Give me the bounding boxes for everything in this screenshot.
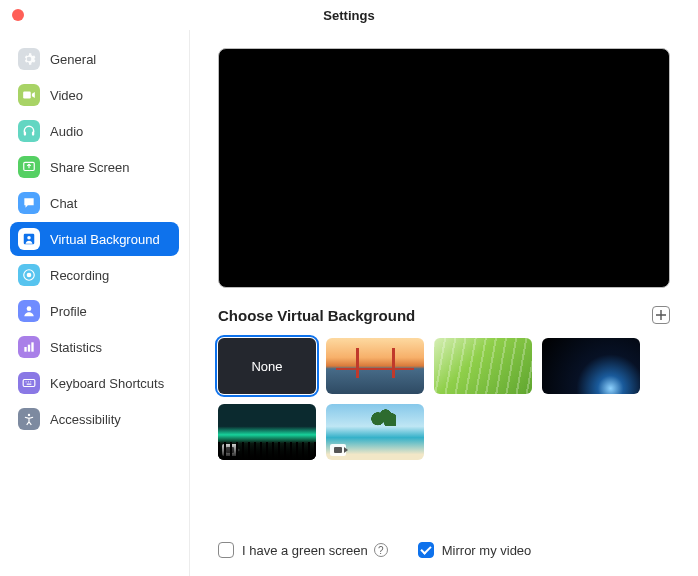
close-icon[interactable] (12, 9, 24, 21)
svg-rect-1 (24, 132, 26, 136)
video-preview (218, 48, 670, 288)
sidebar-item-statistics[interactable]: Statistics (10, 330, 179, 364)
sidebar-item-label: Share Screen (50, 160, 130, 175)
profile-icon (18, 300, 40, 322)
svg-rect-0 (23, 92, 31, 99)
green-screen-label: I have a green screen (242, 543, 368, 558)
sidebar-item-virtual-background[interactable]: Virtual Background (10, 222, 179, 256)
sidebar-item-label: Statistics (50, 340, 102, 355)
sidebar-item-label: Chat (50, 196, 77, 211)
svg-rect-12 (23, 380, 35, 387)
video-icon (330, 444, 346, 456)
mirror-label: Mirror my video (442, 543, 532, 558)
sidebar-item-label: Profile (50, 304, 87, 319)
content: Choose Virtual Background None I have a … (190, 30, 698, 576)
sidebar-item-share-screen[interactable]: Share Screen (10, 150, 179, 184)
share-icon (18, 156, 40, 178)
sidebar-item-video[interactable]: Video (10, 78, 179, 112)
sidebar-item-label: General (50, 52, 96, 67)
background-thumb-space[interactable] (542, 338, 640, 394)
window-title: Settings (0, 8, 698, 23)
sidebar-item-keyboard-shortcuts[interactable]: Keyboard Shortcuts (10, 366, 179, 400)
add-background-button[interactable] (652, 306, 670, 324)
sidebar-item-chat[interactable]: Chat (10, 186, 179, 220)
sidebar-item-accessibility[interactable]: Accessibility (10, 402, 179, 436)
svg-point-15 (30, 381, 31, 382)
headphones-icon (18, 120, 40, 142)
section-title: Choose Virtual Background (218, 307, 415, 324)
window-controls (12, 9, 24, 21)
thumb-label: None (251, 359, 282, 374)
sidebar: GeneralVideoAudioShare ScreenChatVirtual… (0, 30, 190, 576)
mirror-option: Mirror my video (418, 542, 532, 558)
background-thumb-bridge[interactable] (326, 338, 424, 394)
svg-point-5 (27, 236, 31, 240)
green-screen-checkbox[interactable] (218, 542, 234, 558)
help-icon[interactable]: ? (374, 543, 388, 557)
video-icon (222, 444, 238, 456)
background-thumb-beach[interactable] (326, 404, 424, 460)
section-header: Choose Virtual Background (218, 306, 670, 324)
background-thumb-none[interactable]: None (218, 338, 316, 394)
svg-rect-10 (28, 345, 30, 352)
sidebar-item-label: Audio (50, 124, 83, 139)
svg-rect-11 (31, 342, 33, 351)
svg-point-13 (26, 381, 27, 382)
record-icon (18, 264, 40, 286)
body: GeneralVideoAudioShare ScreenChatVirtual… (0, 30, 698, 576)
background-thumb-grass[interactable] (434, 338, 532, 394)
settings-window: Settings GeneralVideoAudioShare ScreenCh… (0, 0, 698, 576)
sidebar-item-profile[interactable]: Profile (10, 294, 179, 328)
footer-options: I have a green screen ? Mirror my video (218, 532, 670, 566)
portrait-icon (18, 228, 40, 250)
plus-icon (656, 310, 666, 320)
gear-icon (18, 48, 40, 70)
sidebar-item-recording[interactable]: Recording (10, 258, 179, 292)
sidebar-item-label: Video (50, 88, 83, 103)
sidebar-item-general[interactable]: General (10, 42, 179, 76)
svg-point-8 (27, 306, 32, 311)
svg-rect-9 (24, 347, 26, 352)
sidebar-item-label: Accessibility (50, 412, 121, 427)
green-screen-option: I have a green screen ? (218, 542, 388, 558)
svg-point-17 (28, 414, 30, 416)
video-icon (18, 84, 40, 106)
svg-point-7 (27, 273, 32, 278)
background-grid: None (218, 338, 670, 460)
background-thumb-aurora[interactable] (218, 404, 316, 460)
sidebar-item-label: Keyboard Shortcuts (50, 376, 164, 391)
keyboard-icon (18, 372, 40, 394)
sidebar-item-audio[interactable]: Audio (10, 114, 179, 148)
svg-rect-16 (27, 384, 32, 385)
sidebar-item-label: Virtual Background (50, 232, 160, 247)
svg-rect-2 (32, 132, 34, 136)
accessibility-icon (18, 408, 40, 430)
stats-icon (18, 336, 40, 358)
svg-point-14 (28, 381, 29, 382)
titlebar: Settings (0, 0, 698, 30)
mirror-checkbox[interactable] (418, 542, 434, 558)
chat-icon (18, 192, 40, 214)
sidebar-item-label: Recording (50, 268, 109, 283)
